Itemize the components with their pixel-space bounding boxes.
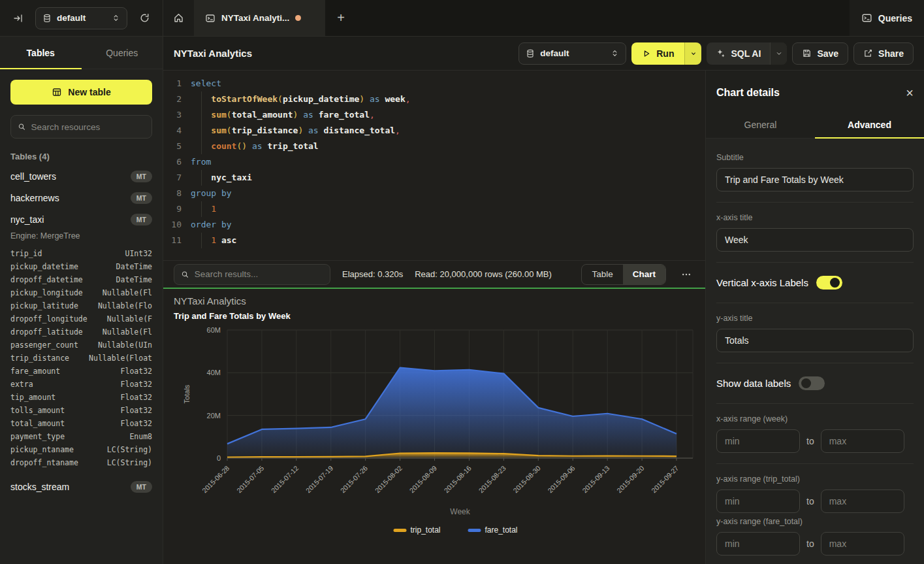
- section-divider: [716, 403, 914, 404]
- y-axis-range-trip-total-max-input[interactable]: [821, 489, 904, 513]
- svg-text:2015-08-30: 2015-08-30: [511, 464, 542, 495]
- sql-editor[interactable]: 1select2 toStartOfWeek(pickup_datetime) …: [163, 71, 705, 260]
- editor-line[interactable]: 8group by: [163, 186, 705, 201]
- tab-nytaxi-analytics[interactable]: NYTaxi Analyti...: [195, 0, 325, 36]
- code-text: 1 asc: [191, 233, 236, 248]
- chart-details-header: Chart details ×: [706, 71, 924, 111]
- db-selector-value: default: [540, 48, 605, 58]
- sparkles-icon: [716, 48, 725, 58]
- queries-button-label: Queries: [878, 13, 912, 24]
- save-button[interactable]: Save: [792, 42, 848, 65]
- sidebar-tab-queries[interactable]: Queries: [82, 37, 163, 69]
- table-item-hackernews[interactable]: hackernewsMT: [0, 187, 163, 208]
- view-toggle-table[interactable]: Table: [582, 265, 622, 284]
- editor-line[interactable]: 6from: [163, 154, 705, 170]
- y-axis-range-fare-total-max-input[interactable]: [821, 532, 904, 556]
- svg-text:2015-06-28: 2015-06-28: [200, 464, 231, 495]
- view-toggle-chart[interactable]: Chart: [623, 265, 665, 284]
- share-button[interactable]: Share: [853, 42, 914, 65]
- home-tab[interactable]: [163, 0, 195, 36]
- table-item-nyc_taxi[interactable]: nyc_taxiMT: [0, 208, 163, 230]
- elapsed-stat: Elapsed: 0.320s: [342, 269, 403, 279]
- tables-list: cell_towersMThackernewsMTnyc_taxiMTEngin…: [0, 165, 163, 497]
- new-tab-button[interactable]: +: [325, 0, 357, 36]
- vertical-x-axis-labels-toggle[interactable]: [816, 276, 842, 290]
- column-name: trip_distance: [10, 354, 69, 363]
- results-more-button[interactable]: [678, 266, 695, 283]
- x-axis-title-input[interactable]: [716, 228, 914, 252]
- column-name: pickup_ntaname: [10, 445, 74, 454]
- chevron-down-icon: [775, 50, 783, 58]
- line-number: 4: [171, 123, 191, 139]
- unsaved-indicator-dot: [295, 15, 301, 21]
- line-number: 2: [171, 91, 191, 107]
- svg-text:2015-07-12: 2015-07-12: [270, 464, 300, 495]
- results-search-input[interactable]: [195, 269, 323, 279]
- column-name: extra: [10, 380, 33, 389]
- subtitle-input[interactable]: [716, 168, 914, 191]
- show-data-labels-toggle[interactable]: [799, 376, 825, 390]
- svg-text:2015-09-06: 2015-09-06: [546, 464, 577, 495]
- new-table-button[interactable]: New table: [10, 80, 152, 105]
- run-button[interactable]: Run: [631, 42, 701, 65]
- y-axis-title-input[interactable]: [716, 329, 914, 352]
- table-item-stocks_stream[interactable]: stocks_streamMT: [0, 476, 163, 497]
- engine-badge: MT: [131, 481, 152, 493]
- chevron-updown-icon: [611, 49, 619, 58]
- column-row: trip_idUInt32: [0, 247, 163, 260]
- editor-line[interactable]: 4 sum(trip_distance) as distance_total,: [163, 123, 705, 139]
- column-type: LC(String): [107, 445, 152, 454]
- refresh-button[interactable]: [135, 9, 153, 27]
- column-type: Nullable(Float: [89, 354, 152, 363]
- column-name: tolls_amount: [10, 406, 65, 415]
- editor-line[interactable]: 7 nyc_taxi: [163, 170, 705, 186]
- column-row: pickup_ntanameLC(String): [0, 443, 163, 456]
- code-text: 1: [191, 201, 216, 217]
- chart-details-tabs: General Advanced: [706, 111, 924, 139]
- code-text: toStartOfWeek(pickup_datetime) as week,: [191, 91, 411, 107]
- svg-text:2015-08-16: 2015-08-16: [442, 464, 473, 495]
- column-row: passenger_countNullable(UIn: [0, 339, 163, 352]
- close-icon[interactable]: ×: [906, 86, 914, 99]
- column-type: LC(String): [107, 458, 152, 467]
- table-item-cell_towers[interactable]: cell_towersMT: [0, 165, 163, 187]
- range-to-label: to: [806, 436, 814, 446]
- editor-line[interactable]: 5 count() as trip_total: [163, 139, 705, 154]
- indent-guide: [201, 233, 202, 248]
- svg-text:20M: 20M: [207, 412, 221, 420]
- editor-line[interactable]: 9 1: [163, 201, 705, 217]
- editor-line[interactable]: 3 sum(total_amount) as fare_total,: [163, 107, 705, 123]
- resource-search[interactable]: [10, 115, 152, 139]
- sql-ai-options-button[interactable]: [770, 42, 787, 65]
- result-chart[interactable]: 020M40M60MTotals2015-06-282015-07-052015…: [174, 321, 703, 551]
- y-axis-range-trip-total-min-input[interactable]: [716, 489, 800, 513]
- query-db-selector[interactable]: default: [518, 42, 626, 65]
- tab-advanced[interactable]: Advanced: [815, 111, 924, 138]
- sidebar-tab-tables[interactable]: Tables: [0, 37, 82, 69]
- table-name: nyc_taxi: [10, 214, 44, 225]
- resource-search-input[interactable]: [31, 122, 145, 132]
- y-axis-range-fare-total-min-input[interactable]: [716, 532, 800, 556]
- x-axis-range-week-max-input[interactable]: [821, 429, 904, 453]
- collapse-sidebar-button[interactable]: [9, 9, 27, 27]
- x-axis-range-week-min-input[interactable]: [716, 429, 800, 453]
- run-options-button[interactable]: [684, 42, 701, 65]
- queries-button[interactable]: Queries: [861, 12, 912, 24]
- editor-line[interactable]: 1select: [163, 76, 705, 91]
- toggle-label: Show data labels: [716, 378, 791, 389]
- code-text: sum(trip_distance) as distance_total,: [191, 123, 400, 139]
- results-search[interactable]: [174, 264, 330, 285]
- column-row: pickup_longitudeNullable(Fl: [0, 286, 163, 299]
- tab-general[interactable]: General: [706, 111, 815, 138]
- editor-line[interactable]: 10order by: [163, 217, 705, 233]
- view-toggle: Table Chart: [581, 264, 666, 285]
- svg-text:2015-09-27: 2015-09-27: [650, 464, 680, 495]
- line-number: 11: [171, 233, 191, 248]
- editor-line[interactable]: 2 toStartOfWeek(pickup_datetime) as week…: [163, 91, 705, 107]
- editor-line[interactable]: 11 1 asc: [163, 233, 705, 248]
- sql-ai-button[interactable]: SQL AI: [707, 42, 787, 65]
- column-name: passenger_count: [10, 340, 78, 350]
- topbar-db-selector[interactable]: default: [35, 7, 127, 29]
- table-name: hackernews: [10, 193, 59, 203]
- column-row: fare_amountFloat32: [0, 365, 163, 378]
